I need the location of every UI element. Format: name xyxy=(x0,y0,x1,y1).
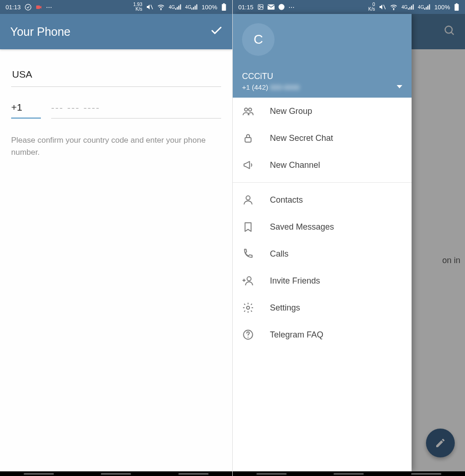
drawer-item-settings[interactable]: Settings xyxy=(233,294,412,321)
status-app-icon xyxy=(25,4,32,11)
drawer-item-telegram-faq[interactable]: Telegram FAQ xyxy=(233,321,412,348)
drawer-item-label: New Secret Chat xyxy=(270,133,333,143)
account-name: CCCiTU xyxy=(242,72,300,81)
person-icon xyxy=(242,194,254,206)
status-mute-icon xyxy=(146,3,153,11)
drawer-item-label: Saved Messages xyxy=(270,222,334,232)
svg-rect-20 xyxy=(408,8,409,10)
svg-rect-13 xyxy=(222,4,226,11)
status-net-speed: 1.93K/s xyxy=(133,2,142,12)
megaphone-icon xyxy=(242,159,254,171)
drawer-item-contacts[interactable]: Contacts xyxy=(233,186,412,213)
country-code-input[interactable]: +1 xyxy=(11,102,41,119)
drawer-item-label: Settings xyxy=(270,303,300,313)
status-net-speed: 0K/s xyxy=(368,2,375,12)
svg-point-17 xyxy=(278,4,284,10)
app-bar: Your Phone xyxy=(0,14,232,49)
status-time: 01:13 xyxy=(6,4,21,11)
help-icon xyxy=(242,329,254,341)
divider xyxy=(233,182,412,183)
navigation-drawer: C CCCiTU +1 (442) 000-0000 New GroupNew … xyxy=(233,14,412,471)
phone-icon xyxy=(242,248,254,260)
svg-rect-26 xyxy=(427,6,428,9)
status-mute-icon xyxy=(379,3,386,11)
svg-point-0 xyxy=(25,4,31,10)
svg-rect-10 xyxy=(195,6,196,9)
drawer-header: C CCCiTU +1 (442) 000-0000 xyxy=(233,14,412,98)
account-switcher[interactable]: CCCiTU +1 (442) 000-0000 xyxy=(242,72,300,91)
page-title: Your Phone xyxy=(10,25,71,39)
drawer-item-label: Telegram FAQ xyxy=(270,330,323,340)
svg-line-18 xyxy=(384,5,386,9)
svg-rect-12 xyxy=(223,3,225,4)
phone-form: USA +1 --- --- ---- Please confirm your … xyxy=(0,49,232,159)
svg-rect-22 xyxy=(411,6,412,9)
svg-rect-29 xyxy=(455,4,459,11)
drawer-item-new-group[interactable]: New Group xyxy=(233,98,412,125)
drawer-item-label: New Group xyxy=(270,106,312,116)
status-battery-icon xyxy=(454,3,459,11)
svg-rect-1 xyxy=(36,5,39,9)
status-wifi-icon xyxy=(390,3,398,11)
status-gallery-icon xyxy=(257,4,264,10)
confirm-button[interactable] xyxy=(210,24,223,39)
drawer-item-label: Calls xyxy=(270,249,288,259)
drawer-item-invite-friends[interactable]: Invite Friends xyxy=(233,267,412,294)
drawer-item-label: Contacts xyxy=(270,195,303,205)
status-mail-icon xyxy=(268,4,275,10)
drawer-item-saved-messages[interactable]: Saved Messages xyxy=(233,213,412,240)
svg-rect-9 xyxy=(193,7,194,10)
status-more-icon: ⋯ xyxy=(46,4,52,11)
hint-text: Please confirm your country code and ent… xyxy=(11,134,221,159)
drawer-item-calls[interactable]: Calls xyxy=(233,240,412,267)
status-bar: 01:15 ⋯ 0K/s 4G 4G 100% xyxy=(233,0,465,14)
screen-drawer-open: 01:15 ⋯ 0K/s 4G 4G 100% xyxy=(232,0,465,476)
chevron-down-icon[interactable] xyxy=(397,85,402,88)
status-battery: 100% xyxy=(434,4,450,11)
status-signal-2-icon: 4G xyxy=(418,4,431,10)
status-more-icon: ⋯ xyxy=(288,4,295,11)
drawer-item-label: New Channel xyxy=(270,160,320,170)
lock-icon xyxy=(242,132,254,144)
group-icon xyxy=(242,105,254,117)
status-signal-1-icon: 4G xyxy=(169,4,181,10)
avatar[interactable]: C xyxy=(242,23,275,56)
drawer-item-label: Invite Friends xyxy=(270,276,320,286)
drawer-list: New GroupNew Secret ChatNew ChannelConta… xyxy=(233,98,412,471)
svg-rect-5 xyxy=(177,7,177,10)
android-nav-bar xyxy=(0,471,232,476)
gear-icon xyxy=(242,302,254,314)
status-battery-icon xyxy=(221,3,227,11)
status-chat-icon xyxy=(278,4,285,10)
svg-rect-6 xyxy=(178,6,179,9)
svg-line-2 xyxy=(151,5,153,9)
add-person-icon xyxy=(242,275,254,287)
svg-rect-21 xyxy=(409,7,410,10)
bookmark-icon xyxy=(242,221,254,233)
country-select[interactable]: USA xyxy=(11,68,221,87)
svg-point-3 xyxy=(161,9,161,9)
account-phone: +1 (442) 000-0000 xyxy=(242,83,300,91)
svg-rect-7 xyxy=(180,4,181,9)
svg-rect-11 xyxy=(196,4,197,9)
drawer-item-new-channel[interactable]: New Channel xyxy=(233,152,412,178)
status-signal-1-icon: 4G xyxy=(401,4,414,10)
svg-rect-4 xyxy=(175,8,176,10)
status-battery: 100% xyxy=(202,4,217,11)
android-nav-bar xyxy=(233,471,465,476)
status-screen-record-icon xyxy=(35,4,42,11)
screen-phone-entry: 01:13 ⋯ 1.93K/s 4G 4G 100% Yo xyxy=(0,0,232,476)
svg-rect-27 xyxy=(429,4,430,9)
svg-rect-28 xyxy=(456,3,458,4)
check-icon xyxy=(210,24,223,37)
drawer-item-new-secret-chat[interactable]: New Secret Chat xyxy=(233,125,412,152)
status-time: 01:15 xyxy=(238,4,254,11)
svg-rect-8 xyxy=(191,8,192,10)
svg-point-15 xyxy=(259,6,260,7)
svg-rect-24 xyxy=(424,8,425,10)
status-wifi-icon xyxy=(157,3,165,11)
svg-rect-25 xyxy=(426,7,426,10)
status-bar: 01:13 ⋯ 1.93K/s 4G 4G 100% xyxy=(0,0,232,14)
phone-number-input[interactable]: --- --- ---- xyxy=(51,102,221,119)
svg-rect-23 xyxy=(413,4,413,9)
